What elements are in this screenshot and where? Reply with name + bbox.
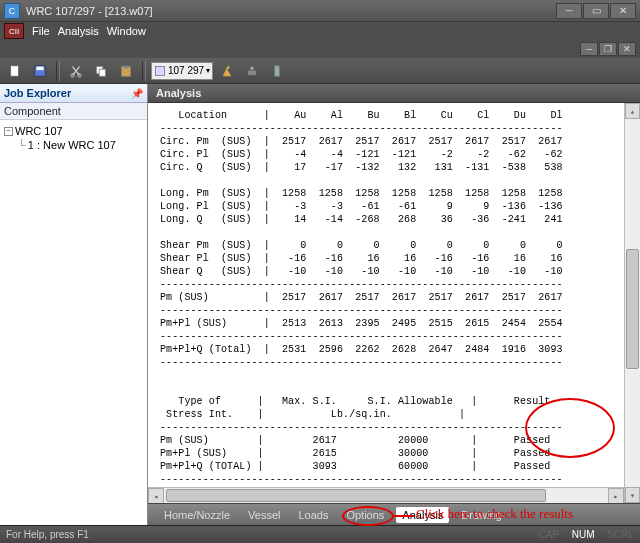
scroll-thumb[interactable] xyxy=(626,249,639,369)
bottom-tabstrip: Home/Nozzle Vessel Loads Options Analysi… xyxy=(148,503,640,525)
tab-analysis[interactable]: Analysis xyxy=(396,507,449,523)
tree-collapse-icon[interactable]: − xyxy=(4,127,13,136)
toolbar-dropdown[interactable]: 107 297 ▾ xyxy=(151,62,213,80)
pushpin-icon[interactable]: 📌 xyxy=(131,88,143,99)
analysis-report: Location | Au Al Bu Bl Cu Cl Du Dl -----… xyxy=(148,103,640,503)
tree-child-label: 1 : New WRC 107 xyxy=(28,139,116,151)
tree-root-item[interactable]: − WRC 107 xyxy=(4,124,143,138)
scroll-track[interactable] xyxy=(625,119,640,487)
status-scrl: SCRL xyxy=(607,529,634,540)
tab-loads[interactable]: Loads xyxy=(292,507,334,523)
minimize-button[interactable]: ─ xyxy=(556,3,582,19)
svg-rect-12 xyxy=(275,65,280,76)
toolbar-separator xyxy=(142,61,146,81)
toolbar-copy-button[interactable] xyxy=(90,61,112,81)
menubar: CII File Analysis Window xyxy=(0,22,640,40)
toolbar: 107 297 ▾ xyxy=(0,58,640,84)
scroll-left-button[interactable]: ◂ xyxy=(148,488,164,503)
statusbar: For Help, press F1 CAP NUM SCRL xyxy=(0,525,640,543)
main-area: Job Explorer 📌 Component − WRC 107 └ 1 :… xyxy=(0,84,640,525)
scroll-track-h[interactable] xyxy=(164,488,608,503)
content-panel: Analysis Location | Au Al Bu Bl Cu Cl Du… xyxy=(148,84,640,525)
status-cap: CAP xyxy=(539,529,559,540)
toolbar-separator xyxy=(56,61,60,81)
scroll-thumb-h[interactable] xyxy=(166,489,546,502)
explorer-panel-header: Job Explorer 📌 xyxy=(0,84,147,103)
status-num: NUM xyxy=(572,529,595,540)
content-title: Analysis xyxy=(148,84,640,103)
svg-rect-10 xyxy=(248,70,257,75)
explorer-sub-header: Component xyxy=(0,103,147,120)
mdi-restore-button[interactable]: ❐ xyxy=(599,42,617,56)
svg-rect-9 xyxy=(156,66,165,75)
menu-analysis[interactable]: Analysis xyxy=(58,25,99,37)
job-explorer-panel: Job Explorer 📌 Component − WRC 107 └ 1 :… xyxy=(0,84,148,525)
mdi-minimize-button[interactable]: ─ xyxy=(580,42,598,56)
tree-root-label: WRC 107 xyxy=(15,125,63,137)
tab-drawing[interactable]: Drawing xyxy=(455,507,507,523)
toolbar-paste-button[interactable] xyxy=(115,61,137,81)
scroll-up-button[interactable]: ▴ xyxy=(625,103,640,119)
tab-home-nozzle[interactable]: Home/Nozzle xyxy=(158,507,236,523)
vertical-scrollbar[interactable]: ▴ ▾ xyxy=(624,103,640,503)
toolbar-dropdown-value: 107 297 xyxy=(168,65,204,76)
scroll-down-button[interactable]: ▾ xyxy=(625,487,640,503)
scroll-right-button[interactable]: ▸ xyxy=(608,488,624,503)
toolbar-run-button[interactable] xyxy=(216,61,238,81)
tab-vessel[interactable]: Vessel xyxy=(242,507,286,523)
svg-rect-2 xyxy=(37,66,44,70)
toolbar-new-button[interactable] xyxy=(4,61,26,81)
window-title: WRC 107/297 - [213.w07] xyxy=(26,5,556,17)
report-body: Location | Au Al Bu Bl Cu Cl Du Dl -----… xyxy=(160,109,624,486)
maximize-button[interactable]: ▭ xyxy=(583,3,609,19)
svg-rect-0 xyxy=(11,65,19,76)
horizontal-scrollbar[interactable]: ◂ ▸ xyxy=(148,487,624,503)
chevron-down-icon: ▾ xyxy=(206,66,210,75)
tree-child-item[interactable]: └ 1 : New WRC 107 xyxy=(4,138,143,152)
tab-options[interactable]: Options xyxy=(340,507,390,523)
edit-mode-icon[interactable]: CII xyxy=(4,23,24,39)
svg-rect-11 xyxy=(250,66,254,70)
titlebar: C WRC 107/297 - [213.w07] ─ ▭ ✕ xyxy=(0,0,640,22)
status-left: For Help, press F1 xyxy=(6,529,89,540)
svg-rect-6 xyxy=(99,69,105,76)
mdi-window-controls: ─ ❐ ✕ xyxy=(0,40,640,58)
menu-file[interactable]: File xyxy=(32,25,50,37)
window-buttons: ─ ▭ ✕ xyxy=(556,3,636,19)
tree-branch-icon: └ xyxy=(18,139,26,151)
toolbar-tool-button-2[interactable] xyxy=(266,61,288,81)
toolbar-tool-button-1[interactable] xyxy=(241,61,263,81)
explorer-tree: − WRC 107 └ 1 : New WRC 107 xyxy=(0,120,147,525)
explorer-panel-title: Job Explorer xyxy=(4,87,71,99)
close-button[interactable]: ✕ xyxy=(610,3,636,19)
menu-window[interactable]: Window xyxy=(107,25,146,37)
status-right: CAP NUM SCRL xyxy=(529,529,634,540)
toolbar-cut-button[interactable] xyxy=(65,61,87,81)
svg-rect-8 xyxy=(123,65,128,68)
toolbar-save-button[interactable] xyxy=(29,61,51,81)
mdi-close-button[interactable]: ✕ xyxy=(618,42,636,56)
app-icon: C xyxy=(4,3,20,19)
